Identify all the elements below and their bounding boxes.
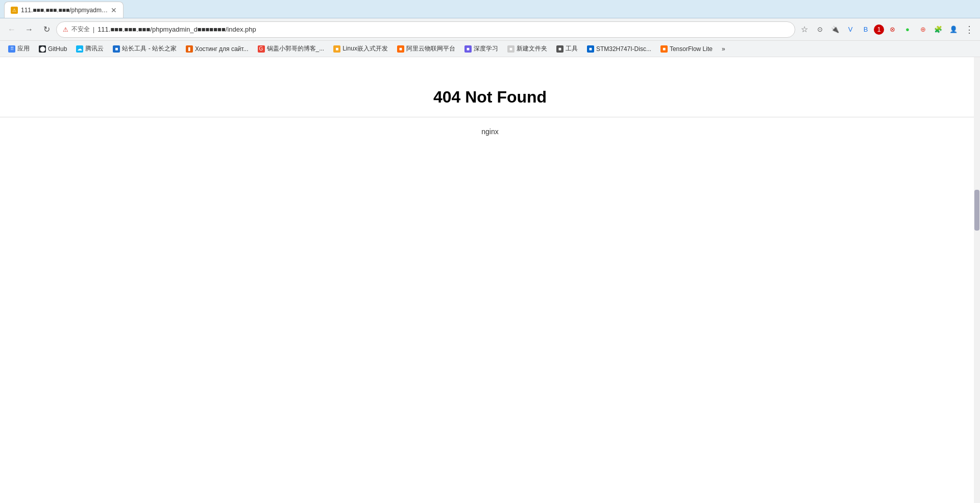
bookmark-stm-label: STM32H747I-Disc... (596, 45, 651, 53)
bookmark-star-button[interactable]: ☆ (797, 22, 812, 37)
bookmark-deep[interactable]: ■ 深度学习 (460, 42, 502, 55)
bookmark-github[interactable]: ⬤ GitHub (35, 43, 71, 55)
bookmark-apps[interactable]: ⠿ 应用 (4, 42, 34, 55)
bookmark-guo[interactable]: G 锅盖小郭哥的博客_... (254, 42, 329, 55)
tab-label: 111.■■■.■■■.■■■/phpmyadmin_d■■■■■/index.… (21, 7, 108, 14)
address-input[interactable] (97, 26, 789, 33)
bookmark-tf-label: TensorFlow Lite (670, 45, 713, 53)
scrollbar[interactable] (974, 57, 980, 503)
page-content: 404 Not Found nginx (0, 57, 980, 503)
bookmark-tf[interactable]: ■ TensorFlow Lite (656, 43, 717, 55)
bookmark-ali-label: 阿里云物联网平台 (406, 44, 455, 53)
active-tab[interactable]: 111.■■■.■■■.■■■/phpmyadmin_d■■■■■/index.… (4, 2, 124, 18)
security-icon: ⚠ (63, 26, 68, 33)
bookmark-ali-icon: ■ (397, 45, 404, 53)
bookmark-hosting-label: Хостинг для сайт... (195, 45, 248, 53)
scrollbar-thumb[interactable] (974, 190, 979, 231)
bookmark-hosting-icon: ▮ (186, 45, 193, 53)
back-button[interactable]: ← (4, 22, 19, 37)
profile-button[interactable]: ⊙ (813, 22, 827, 37)
extension7-button[interactable]: ⊕ (916, 22, 930, 37)
bookmark-deep-label: 深度学习 (474, 44, 498, 53)
tab-bar: 111.■■■.■■■.■■■/phpmyadmin_d■■■■■/index.… (0, 0, 980, 18)
extension6-button[interactable]: ● (900, 22, 915, 37)
bookmark-hosting[interactable]: ▮ Хостинг для сайт... (182, 43, 252, 55)
bookmark-stm[interactable]: ■ STM32H747I-Disc... (583, 43, 655, 55)
bookmark-tf-icon: ■ (660, 45, 668, 53)
bookmark-guo-label: 锅盖小郭哥的博客_... (267, 44, 325, 53)
bookmark-ali[interactable]: ■ 阿里云物联网平台 (393, 42, 459, 55)
extension3-button[interactable]: B (859, 22, 873, 37)
bookmark-tool-label: 工具 (566, 44, 578, 53)
bookmarks-bar: ⠿ 应用 ⬤ GitHub ☁ 腾讯云 ■ 站长工具 - 站长之家 ▮ Хост… (0, 41, 980, 57)
bookmark-webmaster[interactable]: ■ 站长工具 - 站长之家 (109, 42, 181, 55)
bookmark-stm-icon: ■ (587, 45, 594, 53)
browser-window: 111.■■■.■■■.■■■/phpmyadmin_d■■■■■/index.… (0, 0, 980, 503)
address-bar-container: ⚠ 不安全 | (56, 21, 795, 38)
profile-avatar-button[interactable]: 👤 (946, 22, 961, 37)
bookmark-more-label: » (722, 45, 725, 53)
bookmark-apps-label: 应用 (17, 44, 30, 53)
bookmark-new-label: 新建文件夹 (517, 44, 547, 53)
tab-close-button[interactable]: ✕ (111, 6, 117, 14)
refresh-button[interactable]: ↻ (39, 22, 54, 37)
menu-button[interactable]: ⋮ (962, 22, 976, 37)
bookmark-tencent[interactable]: ☁ 腾讯云 (72, 42, 108, 55)
bookmark-tool-icon: ■ (556, 45, 564, 53)
bookmark-github-icon: ⬤ (39, 45, 46, 53)
bookmark-guo-icon: G (258, 45, 265, 53)
security-label: 不安全 (71, 25, 90, 34)
bookmark-linux-icon: ■ (333, 45, 340, 53)
error-title: 404 Not Found (433, 88, 547, 107)
bookmark-linux[interactable]: ■ Linux嵌入式开发 (329, 42, 392, 55)
bookmark-linux-label: Linux嵌入式开发 (342, 44, 388, 53)
bookmark-deep-icon: ■ (464, 45, 472, 53)
page-divider (0, 117, 980, 117)
forward-button[interactable]: → (21, 22, 37, 37)
nav-right-icons: ☆ ⊙ 🔌 V B 1 ⊗ ● ⊕ 🧩 👤 ⋮ (797, 22, 976, 37)
bookmark-github-label: GitHub (48, 45, 67, 53)
bookmark-tool[interactable]: ■ 工具 (552, 42, 582, 55)
bookmark-webmaster-icon: ■ (113, 45, 120, 53)
bookmark-new[interactable]: ■ 新建文件夹 (503, 42, 551, 55)
bookmark-tencent-label: 腾讯云 (85, 44, 104, 53)
extensions-button[interactable]: 🧩 (931, 22, 945, 37)
bookmark-new-icon: ■ (507, 45, 514, 53)
bookmark-webmaster-label: 站长工具 - 站长之家 (122, 44, 177, 53)
extension4-button[interactable]: 1 (874, 24, 884, 35)
extension1-button[interactable]: 🔌 (828, 22, 842, 37)
bookmark-tencent-icon: ☁ (76, 45, 83, 53)
bookmark-more[interactable]: » (718, 43, 729, 55)
server-label: nginx (481, 128, 498, 136)
extension5-button[interactable]: ⊗ (885, 22, 899, 37)
extension2-button[interactable]: V (843, 22, 857, 37)
nav-bar: ← → ↻ ⚠ 不安全 | ☆ ⊙ 🔌 V B 1 ⊗ ● ⊕ 🧩 👤 ⋮ (0, 18, 980, 41)
bookmark-apps-icon: ⠿ (8, 45, 15, 53)
tab-favicon (11, 7, 18, 14)
